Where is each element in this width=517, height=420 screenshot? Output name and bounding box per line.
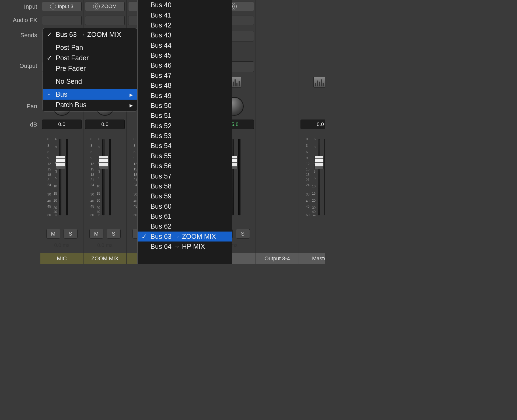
level-meter xyxy=(238,139,240,215)
fader-track[interactable] xyxy=(59,139,61,215)
channel-strip: Output 3-4 xyxy=(256,0,299,264)
solo-button[interactable]: S xyxy=(236,229,250,239)
row-label-input: Input xyxy=(24,3,37,10)
menu-separator xyxy=(43,41,137,41)
menu-separator xyxy=(43,88,137,88)
row-label-output: Output xyxy=(19,62,37,69)
bus-menu-item[interactable]: Bus 45 xyxy=(138,50,232,60)
db-display[interactable]: 0.0 xyxy=(301,120,325,129)
bus-menu-item[interactable]: Bus 44 xyxy=(138,40,232,50)
solo-button[interactable]: S xyxy=(107,229,121,239)
channel-name[interactable]: MIC xyxy=(40,253,83,264)
audiofx-slot[interactable] xyxy=(85,16,125,25)
bus-menu-item[interactable]: Bus 54 xyxy=(138,141,232,151)
fader-scale-right: 0369121518212430404560 xyxy=(306,137,312,215)
menu-separator xyxy=(43,75,137,75)
mute-button[interactable]: M xyxy=(46,229,60,239)
bus-menu-item[interactable]: Bus 62 xyxy=(138,221,232,231)
sends-context-menu[interactable]: Bus 63 → ZOOM MIX Post Pan Post Fader Pr… xyxy=(43,28,137,111)
input-label: ZOOM xyxy=(101,4,117,9)
bus-menu-item[interactable]: Bus 51 xyxy=(138,111,232,121)
mixer-icon xyxy=(313,77,325,88)
bus-menu-item[interactable]: Bus 43 xyxy=(138,30,232,40)
level-meter xyxy=(109,139,111,215)
bus-menu-item[interactable]: Bus 59 xyxy=(138,191,232,201)
bus-menu-item[interactable]: Bus 56 xyxy=(138,161,232,171)
mute-solo-row: MS xyxy=(40,229,83,239)
bus-submenu[interactable]: Bus 40Bus 41Bus 42Bus 43Bus 44Bus 45Bus … xyxy=(137,0,232,264)
row-label-audiofx: Audio FX xyxy=(13,17,37,24)
bus-menu-item[interactable]: Bus 48 xyxy=(138,80,232,90)
channel-name[interactable]: Output 3-4 xyxy=(256,253,299,264)
stereo-icon xyxy=(93,4,100,9)
delay-label: 0.0 ms xyxy=(83,242,126,248)
fader-area: 630351015203040∞0369121518212430404560 xyxy=(83,135,126,221)
bus-menu-item[interactable]: Bus 50 xyxy=(138,101,232,111)
bus-menu-item[interactable]: Bus 46 xyxy=(138,60,232,70)
fader-cap[interactable] xyxy=(56,156,65,169)
bus-menu-item[interactable]: Bus 60 xyxy=(138,201,232,211)
level-meter xyxy=(324,139,325,215)
channel-strip: 0.0630351015203040∞036912151821243040456… xyxy=(299,0,325,264)
fader-track[interactable] xyxy=(102,139,104,215)
menu-item-current-send[interactable]: Bus 63 → ZOOM MIX xyxy=(43,29,137,40)
channel-name[interactable]: Master xyxy=(299,253,325,264)
db-display[interactable]: 0.0 xyxy=(42,120,82,129)
menu-item-bus[interactable]: Bus xyxy=(43,89,137,100)
audiofx-slot[interactable] xyxy=(42,16,82,25)
db-display[interactable]: 0.0 xyxy=(85,120,125,129)
row-label-db: dB xyxy=(30,121,37,128)
menu-item-no-send[interactable]: No Send xyxy=(43,76,137,87)
mono-icon xyxy=(50,4,56,9)
bus-menu-item[interactable]: Bus 57 xyxy=(138,171,232,181)
delay-label: 0.0 ms xyxy=(40,242,83,248)
fader-area: 630351015203040∞0369121518212430404560 xyxy=(40,135,83,221)
row-label-pan: Pan xyxy=(27,103,37,110)
bus-menu-item[interactable]: Bus 49 xyxy=(138,90,232,100)
menu-item-post-pan[interactable]: Post Pan xyxy=(43,42,137,53)
menu-item-pre-fader[interactable]: Pre Fader xyxy=(43,63,137,74)
input-slot[interactable]: Input 3 xyxy=(42,2,82,11)
fader-scale-right: 0369121518212430404560 xyxy=(47,137,54,215)
level-meter xyxy=(66,139,68,215)
bus-menu-item[interactable]: Bus 41 xyxy=(138,10,232,20)
fader-cap[interactable] xyxy=(99,156,108,169)
mute-solo-row: MS xyxy=(83,229,126,239)
bus-menu-item[interactable]: Bus 61 xyxy=(138,211,232,221)
input-label: Input 3 xyxy=(58,4,73,9)
bus-menu-item[interactable]: Bus 40 xyxy=(138,0,232,10)
menu-item-patch-bus[interactable]: Patch Bus xyxy=(43,100,137,110)
mute-button[interactable]: M xyxy=(89,229,103,239)
channel-name[interactable]: ZOOM MIX xyxy=(83,253,126,264)
bus-menu-item[interactable]: Bus 53 xyxy=(138,131,232,141)
bus-menu-item[interactable]: Bus 42 xyxy=(138,20,232,30)
bus-menu-item[interactable]: Bus 63 → ZOOM MIX xyxy=(138,232,232,242)
bus-menu-item[interactable]: Bus 52 xyxy=(138,121,232,131)
bus-menu-item[interactable]: Bus 64 → HP MIX xyxy=(138,242,232,251)
bus-menu-item[interactable]: Bus 47 xyxy=(138,71,232,80)
fader-track[interactable] xyxy=(318,139,320,215)
fader-scale-right: 0369121518212430404560 xyxy=(90,137,97,215)
menu-item-post-fader[interactable]: Post Fader xyxy=(43,53,137,63)
bus-menu-item[interactable]: Bus 58 xyxy=(138,181,232,191)
row-label-sends: Sends xyxy=(20,32,37,39)
bus-menu-item[interactable]: Bus 55 xyxy=(138,151,232,161)
fader-cap[interactable] xyxy=(315,156,324,169)
solo-button[interactable]: S xyxy=(64,229,78,239)
input-slot[interactable]: ZOOM xyxy=(85,2,125,11)
fader-area: 630351015203040∞0369121518212430404560 xyxy=(299,135,325,221)
